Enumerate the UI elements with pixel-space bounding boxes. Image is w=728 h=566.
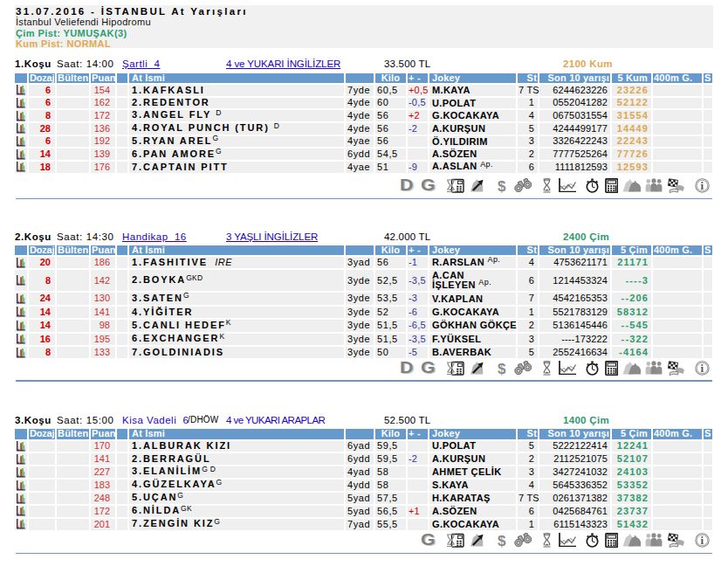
svg-text:i: i xyxy=(701,362,704,375)
svg-text:i: i xyxy=(701,534,704,547)
svg-text:$: $ xyxy=(498,533,506,548)
svg-text:$: $ xyxy=(498,178,506,193)
svg-text:$: $ xyxy=(498,361,506,376)
svg-text:i: i xyxy=(701,179,704,192)
